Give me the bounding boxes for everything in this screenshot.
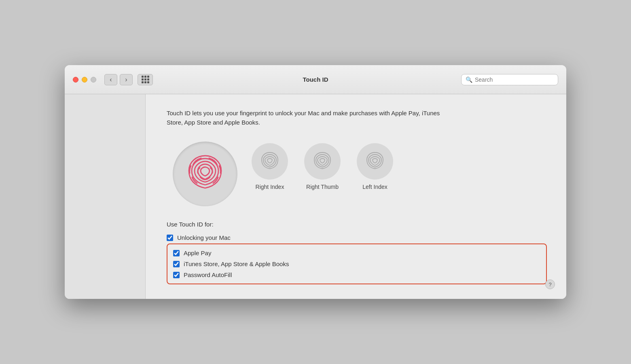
fingerprint-slots: Right Index	[252, 143, 393, 190]
main-panel: Touch ID lets you use your fingerprint t…	[146, 94, 566, 299]
forward-arrow-icon: ›	[125, 76, 127, 83]
traffic-lights	[73, 77, 96, 83]
description-text: Touch ID lets you use your fingerprint t…	[167, 109, 442, 127]
fp-circle-right-index	[252, 143, 288, 180]
fp-label-right-thumb: Right Thumb	[306, 184, 339, 190]
fp-circle-right-thumb	[304, 143, 341, 180]
main-fingerprint-icon	[181, 150, 229, 198]
close-button[interactable]	[73, 77, 78, 83]
checkbox-itunes[interactable]: iTunes Store, App Store & Apple Books	[173, 258, 540, 269]
highlighted-options-box: Apple Pay iTunes Store, App Store & Appl…	[167, 243, 547, 284]
back-button[interactable]: ‹	[104, 74, 117, 85]
fp-label-left-index: Left Index	[362, 184, 387, 190]
help-button[interactable]: ?	[545, 279, 555, 289]
main-fingerprint-circle	[173, 142, 237, 206]
checkbox-unlock-mac[interactable]: Unlocking your Mac	[167, 233, 547, 243]
fingerprint-right-thumb: Right Thumb	[304, 143, 341, 190]
main-fingerprint-container	[167, 142, 244, 206]
checkbox-unlock-input[interactable]	[167, 235, 173, 241]
search-input[interactable]	[475, 76, 554, 83]
checkbox-apple-pay[interactable]: Apple Pay	[173, 248, 540, 258]
fp-icon-right-thumb	[310, 149, 335, 174]
fp-circle-left-index	[357, 143, 393, 180]
window-body: Touch ID lets you use your fingerprint t…	[65, 94, 566, 299]
window-title: Touch ID	[303, 76, 328, 83]
maximize-button[interactable]	[91, 77, 96, 83]
main-content: Touch ID lets you use your fingerprint t…	[146, 94, 566, 299]
sidebar	[65, 94, 146, 299]
fp-label-right-index: Right Index	[256, 184, 284, 190]
checkbox-apple-pay-label: Apple Pay	[184, 250, 211, 256]
system-preferences-window: ‹ › Touch ID 🔍	[65, 65, 566, 299]
titlebar: ‹ › Touch ID 🔍	[65, 65, 566, 94]
search-icon: 🔍	[466, 76, 472, 83]
checkbox-autofill-label: Password AutoFill	[184, 271, 232, 278]
checkbox-apple-pay-input[interactable]	[173, 250, 180, 256]
fp-icon-left-index	[363, 149, 387, 174]
minimize-button[interactable]	[82, 77, 87, 83]
checkbox-itunes-label: iTunes Store, App Store & Apple Books	[184, 260, 289, 267]
checkbox-unlock-label: Unlocking your Mac	[177, 234, 231, 241]
fingerprint-left-index: Left Index	[357, 143, 393, 190]
use-section-title: Use Touch ID for:	[167, 221, 547, 228]
use-touch-id-section: Use Touch ID for: Unlocking your Mac App…	[167, 221, 547, 284]
checkbox-autofill-input[interactable]	[173, 272, 180, 278]
grid-icon	[142, 76, 149, 83]
checkbox-autofill[interactable]: Password AutoFill	[173, 269, 540, 280]
forward-button[interactable]: ›	[120, 74, 133, 85]
search-box[interactable]: 🔍	[461, 74, 558, 85]
nav-buttons: ‹ ›	[104, 74, 153, 85]
grid-view-button[interactable]	[138, 74, 153, 85]
back-arrow-icon: ‹	[110, 76, 112, 83]
help-icon: ?	[548, 281, 551, 288]
checkbox-itunes-input[interactable]	[173, 261, 180, 267]
fingerprint-right-index: Right Index	[252, 143, 288, 190]
fp-icon-right-index	[258, 149, 282, 174]
fingerprints-row: Right Index	[167, 142, 547, 206]
